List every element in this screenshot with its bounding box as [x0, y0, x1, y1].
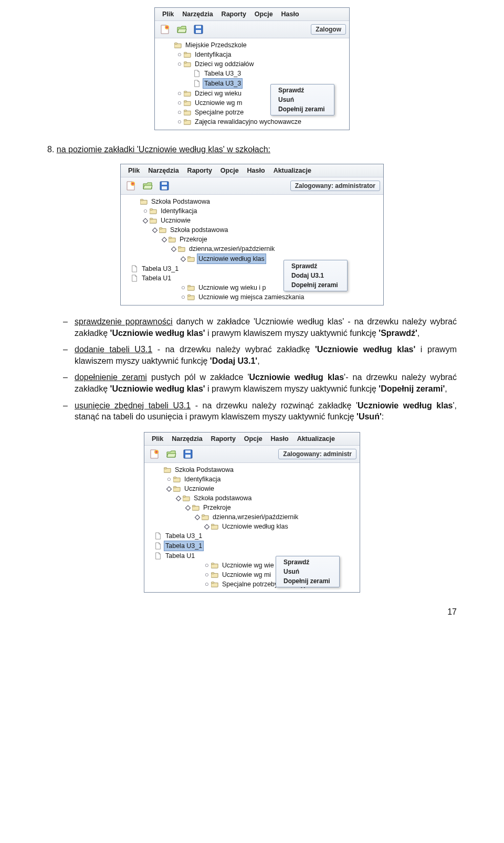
tree-row[interactable]: ○Zajęcia rewalidacyjno wychowawcze	[158, 117, 349, 127]
menu-item[interactable]: Aktualizacje	[293, 434, 339, 444]
tree-toggle-icon[interactable]	[133, 199, 139, 204]
tree-row[interactable]: ○Uczniowie wg miejsca zamieszkania	[124, 292, 383, 302]
tree-toggle-icon[interactable]: ○	[177, 100, 182, 106]
tree-label[interactable]: Tabela U3_3	[203, 78, 243, 89]
tree-toggle-icon[interactable]: ◇	[166, 486, 172, 491]
tree-toggle-icon[interactable]	[157, 467, 162, 472]
tree-row[interactable]: ◇Uczniowie według klas	[148, 522, 360, 531]
tree-label[interactable]: Miejskie Przedszkole	[184, 40, 248, 50]
tree-label[interactable]: Tabela U3_3	[203, 69, 243, 78]
new-doc-icon[interactable]	[158, 23, 172, 36]
tree-toggle-icon[interactable]: ◇	[181, 256, 186, 261]
tree-label[interactable]: Uczniowie według klas	[220, 522, 290, 531]
menu-item[interactable]: Narzędzia	[144, 166, 183, 175]
tree-toggle-icon[interactable]: ◇	[152, 227, 158, 233]
tree-label[interactable]: Szkoła Podstawowa	[150, 197, 212, 206]
tree-label[interactable]: Identyfikacja	[183, 475, 222, 484]
tree-toggle-icon[interactable]: ◇	[176, 496, 181, 501]
tree-toggle-icon[interactable]: ◇	[143, 218, 148, 223]
tree-label[interactable]: Szkoła podstawowa	[169, 225, 229, 235]
tree-toggle-icon[interactable]: ○	[166, 477, 172, 482]
menu-item[interactable]: Plik	[124, 166, 144, 175]
ctx-item-fill-zeros[interactable]: Dopełnij zerami	[276, 576, 339, 586]
tree-label[interactable]: Uczniowie wg mi	[220, 570, 272, 579]
menu-item[interactable]: Raporty	[183, 166, 216, 175]
save-icon[interactable]	[181, 448, 195, 460]
open-folder-icon[interactable]	[175, 23, 188, 36]
tree-toggle-icon[interactable]: ○	[177, 91, 182, 96]
menu-item[interactable]: Plik	[158, 9, 178, 19]
ctx-item-delete[interactable]: Usuń	[276, 567, 339, 576]
tree-label[interactable]: dzienna,wrzesień/październik	[211, 512, 300, 522]
ctx-item-check[interactable]: Sprawdź	[284, 261, 347, 271]
tree-label[interactable]: Przekroje	[202, 503, 233, 512]
tree-label[interactable]: Tabela U3_1	[164, 541, 204, 551]
menu-item[interactable]: Hasło	[267, 434, 293, 444]
tree-label[interactable]: Uczniowie wg m	[193, 98, 244, 108]
tree-label[interactable]: dzienna,wrzesień/październik	[187, 244, 276, 254]
tree-label[interactable]: Tabela U1	[164, 551, 196, 561]
tree-toggle-icon[interactable]	[148, 553, 153, 559]
tree-row[interactable]: ◇Szkoła podstawowa	[148, 493, 360, 503]
tree-toggle-icon[interactable]: ○	[177, 110, 182, 115]
tree-toggle-icon[interactable]: ○	[177, 61, 182, 67]
tree-row[interactable]: ◇Przekroje	[148, 503, 360, 512]
tree-label[interactable]: Tabela U1	[140, 273, 173, 283]
tree-label[interactable]: Dzieci wg wieku	[193, 89, 243, 98]
tree-toggle-icon[interactable]: ○	[204, 563, 209, 568]
tree-label[interactable]: Dzieci wg oddziałów	[193, 59, 256, 69]
menu-item[interactable]: Aktualizacje	[269, 166, 316, 175]
tree-row[interactable]: ◇Uczniowie	[148, 484, 360, 493]
tree-toggle-icon[interactable]: ○	[177, 52, 182, 57]
tree-row[interactable]: ○Identyfikacja	[124, 206, 383, 216]
menu-item[interactable]: Opcje	[240, 434, 267, 444]
menu-item[interactable]: Opcje	[250, 9, 277, 19]
open-folder-icon[interactable]	[141, 180, 154, 192]
menu-item[interactable]: Raporty	[217, 9, 250, 19]
tree-row[interactable]: Tabela U3_1	[148, 541, 360, 551]
tree-toggle-icon[interactable]: ◇	[185, 505, 191, 510]
tree-row[interactable]: ◇Uczniowie	[124, 216, 383, 225]
tree-toggle-icon[interactable]	[148, 533, 153, 539]
menu-item[interactable]: Raporty	[207, 434, 240, 444]
ctx-item-check[interactable]: Sprawdź	[276, 557, 339, 567]
new-doc-icon[interactable]	[124, 180, 138, 192]
ctx-item-check[interactable]: Sprawdź	[271, 86, 334, 95]
tree-row[interactable]: Tabela U3_3	[158, 69, 349, 78]
tree-toggle-icon[interactable]: ◇	[204, 524, 209, 529]
tree-label[interactable]: Uczniowie	[183, 484, 216, 493]
tree-row[interactable]: ○Dzieci wg oddziałów	[158, 59, 349, 69]
tree-toggle-icon[interactable]: ◇	[162, 237, 167, 242]
tree-row[interactable]: ◇dzienna,wrzesień/październik	[124, 244, 383, 254]
tree-row[interactable]: ◇dzienna,wrzesień/październik	[148, 512, 360, 522]
tree-toggle-icon[interactable]: ○	[177, 119, 182, 124]
tree-toggle-icon[interactable]: ○	[143, 208, 148, 214]
tree-row[interactable]: Szkoła Podstawowa	[148, 465, 360, 475]
save-icon[interactable]	[158, 180, 171, 192]
tree-label[interactable]: Zajęcia rewalidacyjno wychowawcze	[193, 117, 303, 127]
tree-label[interactable]: Tabela U3_1	[140, 264, 180, 273]
tree-row[interactable]: ◇Przekroje	[124, 235, 383, 244]
tree-toggle-icon[interactable]: ○	[204, 582, 209, 587]
tree-toggle-icon[interactable]: ○	[181, 294, 186, 300]
tree-label[interactable]: Szkoła Podstawowa	[173, 465, 235, 475]
menu-item[interactable]: Plik	[148, 434, 167, 444]
tree-toggle-icon[interactable]	[186, 71, 192, 76]
tree-label[interactable]: Tabela U3_1	[164, 531, 204, 541]
menu-item[interactable]: Narzędzia	[167, 434, 206, 444]
ctx-item-add[interactable]: Dodaj U3.1	[284, 271, 347, 280]
tree-label[interactable]: Uczniowie wg miejsca zamieszkania	[197, 292, 306, 302]
tree-label[interactable]: Szkoła podstawowa	[192, 493, 253, 503]
tree-label[interactable]: Specjalne potrze	[193, 108, 245, 117]
new-doc-icon[interactable]	[148, 448, 161, 460]
tree-row[interactable]: ○Identyfikacja	[148, 475, 360, 484]
menu-item[interactable]: Hasło	[277, 9, 303, 19]
menu-item[interactable]: Opcje	[216, 166, 243, 175]
tree-toggle-icon[interactable]	[124, 276, 129, 281]
tree-label[interactable]: Identyfikacja	[159, 206, 198, 216]
tree-toggle-icon[interactable]	[167, 43, 173, 48]
ctx-item-delete[interactable]: Usuń	[271, 95, 334, 104]
tree-row[interactable]: ○Identyfikacja	[158, 50, 349, 59]
tree-label[interactable]: Uczniowie według klas	[197, 254, 266, 264]
tree-row[interactable]: ◇Szkoła podstawowa	[124, 225, 383, 235]
